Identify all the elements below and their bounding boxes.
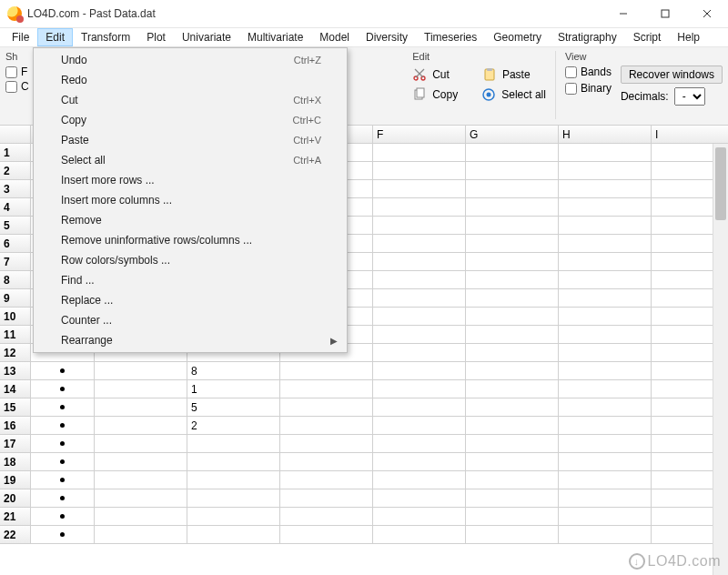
bands-checkbox[interactable] — [565, 66, 577, 78]
symbol-cell[interactable] — [31, 526, 95, 544]
menu-stratigraphy[interactable]: Stratigraphy — [550, 28, 625, 46]
decimals-select[interactable]: - — [674, 87, 705, 106]
menu-file[interactable]: File — [4, 28, 37, 46]
cell[interactable] — [373, 489, 466, 508]
row-header[interactable]: 7 — [0, 253, 31, 271]
menu-timeseries[interactable]: Timeseries — [416, 28, 485, 46]
cell[interactable] — [466, 326, 559, 344]
edit-menu-item-4[interactable]: PasteCtrl+V — [34, 130, 347, 150]
cell[interactable] — [466, 471, 559, 489]
cell[interactable] — [280, 417, 373, 435]
cell[interactable] — [466, 398, 559, 417]
cell[interactable] — [280, 435, 373, 453]
recover-windows-button[interactable]: Recover windows — [621, 66, 723, 84]
row-header[interactable]: 12 — [0, 344, 31, 362]
row-header[interactable]: 21 — [0, 508, 31, 526]
cell[interactable] — [95, 489, 187, 508]
cell[interactable]: 8 — [187, 362, 280, 380]
row-header[interactable]: 13 — [0, 362, 31, 380]
row-header[interactable]: 1 — [0, 144, 31, 162]
row-header[interactable]: 5 — [0, 217, 31, 235]
cell[interactable] — [373, 344, 466, 362]
show-check-1[interactable]: F — [5, 66, 29, 78]
cell[interactable] — [559, 417, 652, 435]
cell[interactable] — [559, 308, 652, 326]
edit-menu-item-2[interactable]: CutCtrl+X — [34, 90, 347, 110]
cell[interactable] — [95, 435, 187, 453]
cell[interactable] — [466, 526, 559, 544]
corner-cell[interactable] — [0, 126, 31, 144]
edit-menu-item-11[interactable]: Find ... — [34, 270, 347, 290]
cell[interactable] — [559, 435, 652, 453]
show-checkbox-2[interactable] — [5, 81, 17, 93]
menu-geometry[interactable]: Geometry — [485, 28, 550, 46]
cell[interactable] — [466, 380, 559, 398]
cell[interactable] — [466, 162, 559, 180]
cell[interactable] — [187, 508, 280, 526]
column-header[interactable]: I — [652, 126, 728, 144]
cell[interactable] — [466, 235, 559, 253]
edit-menu-item-10[interactable]: Row colors/symbols ... — [34, 250, 347, 270]
symbol-cell[interactable] — [31, 362, 95, 380]
cell[interactable] — [373, 435, 466, 453]
row-header[interactable]: 17 — [0, 435, 31, 453]
edit-menu-item-8[interactable]: Remove — [34, 210, 347, 230]
edit-menu-item-1[interactable]: Redo — [34, 70, 347, 90]
cell[interactable] — [559, 235, 652, 253]
cell[interactable] — [373, 253, 466, 271]
cell[interactable] — [559, 508, 652, 526]
row-header[interactable]: 14 — [0, 380, 31, 398]
cell[interactable] — [95, 417, 187, 435]
column-header[interactable]: F — [373, 126, 466, 144]
copy-label[interactable]: Copy — [432, 88, 458, 101]
cell[interactable] — [559, 217, 652, 235]
row-header[interactable]: 3 — [0, 180, 31, 198]
scroll-thumb[interactable] — [715, 147, 726, 220]
cell[interactable] — [280, 508, 373, 526]
select-all-label[interactable]: Select all — [501, 88, 546, 101]
cell[interactable] — [280, 471, 373, 489]
row-header[interactable]: 10 — [0, 308, 31, 326]
cell[interactable] — [95, 362, 187, 380]
symbol-cell[interactable] — [31, 508, 95, 526]
menu-edit[interactable]: Edit — [37, 28, 73, 46]
cell[interactable] — [559, 162, 652, 180]
minimize-button[interactable] — [602, 0, 644, 26]
cell[interactable] — [280, 453, 373, 471]
cell[interactable] — [559, 380, 652, 398]
symbol-cell[interactable] — [31, 398, 95, 417]
menu-plot[interactable]: Plot — [138, 28, 174, 46]
cell[interactable] — [373, 198, 466, 217]
cell[interactable] — [280, 489, 373, 508]
binary-checkbox-row[interactable]: Binary — [565, 82, 612, 95]
cell[interactable] — [466, 144, 559, 162]
cell[interactable] — [466, 271, 559, 289]
row-header[interactable]: 6 — [0, 235, 31, 253]
menu-help[interactable]: Help — [669, 28, 708, 46]
cell[interactable] — [187, 526, 280, 544]
cell[interactable] — [466, 453, 559, 471]
cell[interactable] — [373, 380, 466, 398]
cell[interactable] — [559, 180, 652, 198]
cell[interactable] — [280, 362, 373, 380]
edit-menu-item-5[interactable]: Select allCtrl+A — [34, 150, 347, 170]
cell[interactable] — [559, 144, 652, 162]
vertical-scrollbar[interactable] — [713, 144, 728, 575]
symbol-cell[interactable] — [31, 489, 95, 508]
cell[interactable] — [373, 162, 466, 180]
row-header[interactable]: 19 — [0, 471, 31, 489]
cell[interactable] — [373, 289, 466, 308]
cell[interactable]: 2 — [187, 417, 280, 435]
symbol-cell[interactable] — [31, 435, 95, 453]
cell[interactable] — [466, 417, 559, 435]
binary-checkbox[interactable] — [565, 83, 577, 95]
close-button[interactable] — [686, 0, 728, 26]
symbol-cell[interactable] — [31, 471, 95, 489]
show-checkbox-1[interactable] — [5, 66, 17, 78]
cell[interactable] — [280, 380, 373, 398]
column-header[interactable]: G — [466, 126, 559, 144]
cell[interactable] — [466, 435, 559, 453]
cell[interactable] — [373, 471, 466, 489]
cell[interactable] — [95, 471, 187, 489]
edit-menu-item-6[interactable]: Insert more rows ... — [34, 170, 347, 190]
